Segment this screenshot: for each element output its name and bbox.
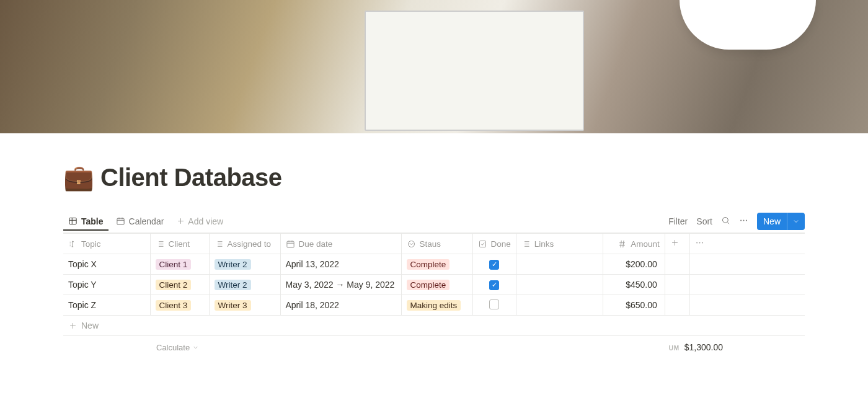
cell-staus[interactable]: Complete bbox=[401, 254, 472, 275]
more-button[interactable] bbox=[739, 216, 748, 227]
status-tag: Complete bbox=[407, 259, 450, 270]
column-header-staus[interactable]: Staus bbox=[401, 234, 472, 254]
column-header-client[interactable]: Client bbox=[150, 234, 209, 254]
plus-icon bbox=[68, 321, 78, 330]
cell-amount[interactable]: $650.00 bbox=[603, 295, 665, 316]
svg-point-5 bbox=[746, 220, 747, 221]
title-icon bbox=[68, 239, 78, 249]
checkbox[interactable] bbox=[489, 299, 499, 309]
cell-client[interactable]: Client 2 bbox=[150, 275, 209, 295]
page-title[interactable]: Client Database bbox=[100, 164, 282, 192]
cell-due[interactable]: April 13, 2022 bbox=[280, 254, 401, 275]
table-tools: Filter Sort New bbox=[668, 213, 805, 230]
column-menu-button[interactable] bbox=[689, 234, 805, 254]
cell-due[interactable]: May 3, 2022 → May 9, 2022 bbox=[280, 275, 401, 295]
list-icon bbox=[521, 239, 531, 249]
cell-amount[interactable]: $200.00 bbox=[603, 254, 665, 275]
add-view-button[interactable]: Add view bbox=[171, 213, 228, 230]
search-icon bbox=[721, 216, 730, 225]
svg-rect-0 bbox=[69, 218, 76, 224]
page-content: 💼 Client Database Table Calendar Add vie… bbox=[56, 163, 812, 352]
calendar-icon bbox=[286, 239, 295, 249]
dots-icon bbox=[695, 238, 704, 247]
database-table: Topic Client Assigned to Due date Staus … bbox=[63, 233, 805, 316]
cell-client[interactable]: Client 1 bbox=[150, 254, 209, 275]
assigned-tag: Writer 2 bbox=[215, 280, 251, 290]
cell-empty bbox=[665, 275, 689, 295]
table-footer: Calculate UM $1,300.00 bbox=[63, 336, 805, 352]
svg-rect-1 bbox=[117, 218, 123, 224]
status-tag: Making edits bbox=[407, 300, 461, 311]
view-toolbar: Table Calendar Add view Filter Sort New bbox=[63, 210, 805, 233]
svg-rect-6 bbox=[286, 241, 293, 247]
search-button[interactable] bbox=[721, 216, 730, 227]
cell-client[interactable]: Client 3 bbox=[150, 295, 209, 316]
select-icon bbox=[407, 239, 416, 249]
tab-calendar[interactable]: Calendar bbox=[111, 213, 169, 230]
cell-staus[interactable]: Complete bbox=[401, 275, 472, 295]
column-header-done[interactable]: Done bbox=[472, 234, 516, 254]
cell-topic[interactable]: Topic Z bbox=[63, 295, 150, 316]
cell-links[interactable] bbox=[516, 254, 603, 275]
new-button[interactable]: New bbox=[757, 213, 805, 230]
cell-empty bbox=[689, 295, 805, 316]
column-header-topic[interactable]: Topic bbox=[63, 234, 150, 254]
sum-label: UM bbox=[669, 345, 680, 352]
new-row-button[interactable]: New bbox=[63, 316, 805, 336]
cell-done[interactable]: ✓ bbox=[472, 254, 516, 275]
dots-icon bbox=[739, 216, 748, 225]
add-column-button[interactable] bbox=[665, 234, 689, 254]
new-button-label: New bbox=[757, 216, 787, 226]
cell-empty bbox=[665, 295, 689, 316]
cell-done[interactable]: ✓ bbox=[472, 275, 516, 295]
assigned-tag: Writer 2 bbox=[215, 259, 251, 270]
cell-assigned[interactable]: Writer 3 bbox=[209, 295, 280, 316]
table-row[interactable]: Topic YClient 2Writer 2May 3, 2022 → May… bbox=[63, 275, 805, 295]
number-icon bbox=[618, 239, 627, 249]
page-icon[interactable]: 💼 bbox=[63, 163, 94, 192]
svg-point-11 bbox=[702, 242, 703, 244]
column-header-links[interactable]: Links bbox=[516, 234, 603, 254]
cell-links[interactable] bbox=[516, 275, 603, 295]
column-header-assigned[interactable]: Assigned to bbox=[209, 234, 280, 254]
tab-table-label: Table bbox=[81, 216, 104, 226]
cover-image bbox=[0, 0, 868, 133]
status-tag: Complete bbox=[407, 280, 450, 290]
cell-assigned[interactable]: Writer 2 bbox=[209, 275, 280, 295]
chevron-down-icon bbox=[792, 218, 800, 225]
checkbox[interactable]: ✓ bbox=[489, 260, 499, 270]
client-tag: Client 2 bbox=[156, 280, 192, 290]
table-row[interactable]: Topic XClient 1Writer 2April 13, 2022Com… bbox=[63, 254, 805, 275]
checkbox[interactable]: ✓ bbox=[489, 280, 499, 290]
calculate-button[interactable]: Calculate bbox=[156, 342, 199, 352]
cell-due[interactable]: April 18, 2022 bbox=[280, 295, 401, 316]
sort-button[interactable]: Sort bbox=[696, 216, 712, 226]
tab-table[interactable]: Table bbox=[63, 213, 108, 230]
amount-sum[interactable]: UM $1,300.00 bbox=[669, 342, 723, 352]
column-header-due[interactable]: Due date bbox=[280, 234, 401, 254]
checkbox-icon bbox=[478, 239, 487, 249]
tab-calendar-label: Calendar bbox=[129, 216, 164, 226]
plus-icon bbox=[176, 216, 185, 226]
cell-staus[interactable]: Making edits bbox=[401, 295, 472, 316]
cell-empty bbox=[689, 275, 805, 295]
cell-topic[interactable]: Topic X bbox=[63, 254, 150, 275]
cell-done[interactable] bbox=[472, 295, 516, 316]
cell-empty bbox=[689, 254, 805, 275]
column-header-amount[interactable]: Amount bbox=[603, 234, 665, 254]
add-view-label: Add view bbox=[188, 216, 223, 226]
chevron-down-icon bbox=[192, 344, 199, 351]
cell-amount[interactable]: $450.00 bbox=[603, 275, 665, 295]
filter-button[interactable]: Filter bbox=[668, 216, 688, 226]
table-row[interactable]: Topic ZClient 3Writer 3April 18, 2022Mak… bbox=[63, 295, 805, 316]
table-icon bbox=[68, 216, 78, 226]
client-tag: Client 3 bbox=[156, 300, 192, 311]
list-icon bbox=[215, 239, 224, 249]
client-tag: Client 1 bbox=[156, 259, 192, 270]
svg-point-10 bbox=[699, 242, 700, 244]
cell-assigned[interactable]: Writer 2 bbox=[209, 254, 280, 275]
view-tabs: Table Calendar Add view bbox=[63, 213, 228, 230]
cell-topic[interactable]: Topic Y bbox=[63, 275, 150, 295]
cell-links[interactable] bbox=[516, 295, 603, 316]
new-button-dropdown[interactable] bbox=[787, 213, 805, 230]
